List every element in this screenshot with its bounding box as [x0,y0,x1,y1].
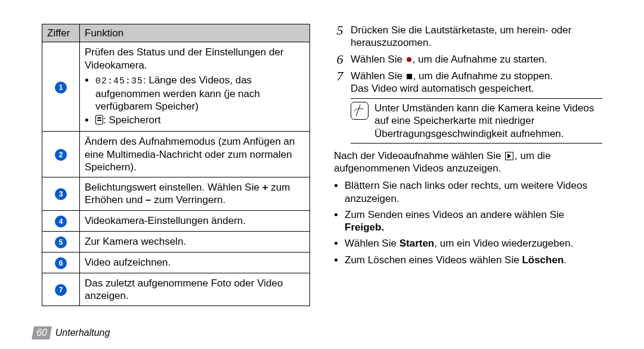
table-row: 3 Belichtungswert einstellen. Wählen Sie… [42,177,310,211]
list-item: Zum Senden eines Videos an andere wählen… [345,208,602,234]
table-row: 2 Ändern des Aufnahmemodus (zum Anfügen … [42,132,310,177]
section-title: Unterhaltung [55,327,110,339]
row-number-6: 6 [55,257,67,269]
row1-bullet2: : Speicherort [95,114,305,126]
list-item: Blättern Sie nach links oder rechts, um … [345,179,602,205]
step-6: 6 Wählen Sie , um die Aufnahme zu starte… [334,53,602,66]
row-number-1: 1 [55,82,67,94]
step-number-7: 7 [334,70,346,95]
row1-lead: Prüfen des Status und der Einstellungen … [85,46,305,71]
row1-bullet1: 02:45:35: Länge des Videos, das aufgenom… [95,74,305,113]
row3-text: Belichtungswert einstellen. Wählen Sie +… [80,177,310,211]
left-column: Ziffer Funktion 1 Prüfen des Status und … [42,24,310,306]
page-number: 60 [32,326,52,339]
row-number-7: 7 [55,284,67,296]
table-row: 4 Videokamera-Einstellungen ändern. [42,210,310,231]
table-row: 1 Prüfen des Status und der Einstellunge… [42,42,310,132]
stop-icon [407,74,412,79]
col-header-funktion: Funktion [80,24,310,42]
step-number-6: 6 [334,53,346,66]
list-item: Zum Löschen eines Videos wählen Sie Lösc… [345,254,602,266]
step-number-5: 5 [334,24,346,49]
note-box: Unter Umständen kann die Kamera keine Vi… [351,98,602,144]
function-table: Ziffer Funktion 1 Prüfen des Status und … [42,24,310,306]
row-number-5: 5 [55,236,67,248]
table-row: 5 Zur Kamera wechseln. [42,231,310,252]
note-text: Unter Umständen kann die Kamera keine Vi… [374,102,602,140]
record-icon [407,57,411,62]
list-item: Wählen Sie Starten, um ein Video wiederz… [345,237,602,250]
step-7: 7 Wählen Sie , um die Aufnahme zu stoppe… [334,70,602,95]
play-icon [505,152,513,160]
row-number-3: 3 [55,188,67,200]
right-column: 5 Drücken Sie die Lautstärketaste, um he… [334,24,602,306]
page-footer: 60 Unterhaltung [33,326,110,339]
video-length-timestamp: 02:45:35 [95,76,143,86]
storage-icon [95,115,103,124]
steps-list: 5 Drücken Sie die Lautstärketaste, um he… [334,24,602,95]
after-record-paragraph: Nach der Videoaufnahme wählen Sie , um d… [334,149,602,175]
col-header-ziffer: Ziffer [42,24,80,42]
table-row: 7 Das zuletzt aufgenommene Foto oder Vid… [42,273,310,306]
step-5: 5 Drücken Sie die Lautstärketaste, um he… [334,24,602,49]
row-number-2: 2 [55,149,67,161]
table-row: 6 Video aufzeichnen. [42,252,310,273]
after-bullets: Blättern Sie nach links oder rechts, um … [334,179,602,266]
row-number-4: 4 [55,216,67,228]
note-icon [351,102,369,120]
